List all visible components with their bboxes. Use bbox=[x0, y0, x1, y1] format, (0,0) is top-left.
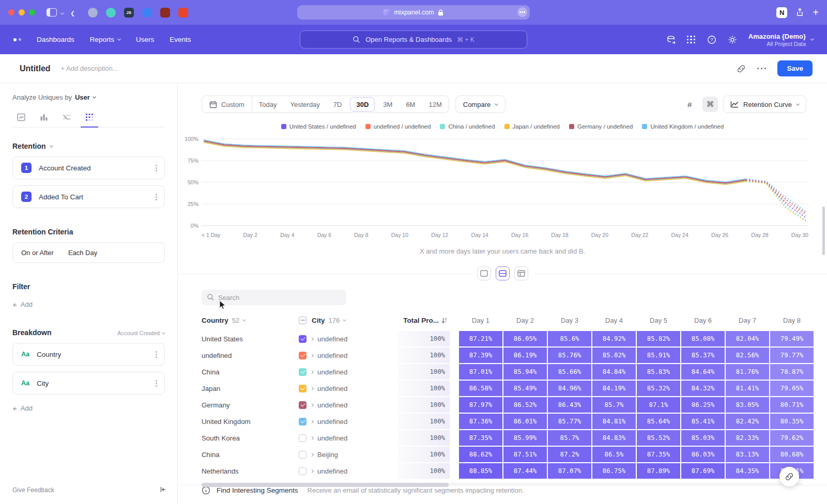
table-view-button[interactable] bbox=[514, 266, 528, 280]
keyboard-shortcuts-icon-button[interactable]: ⌘ bbox=[702, 97, 718, 112]
legend-item[interactable]: Japan / undefined bbox=[504, 123, 560, 130]
tab-funnels[interactable] bbox=[35, 108, 53, 127]
select-all-checkbox[interactable] bbox=[299, 317, 307, 324]
tab-retention[interactable] bbox=[81, 108, 98, 128]
retention-value-cell[interactable]: 86.5% bbox=[592, 447, 636, 462]
apps-grid-icon[interactable] bbox=[687, 36, 696, 44]
retention-value-cell[interactable]: 86.52% bbox=[503, 397, 547, 413]
row-checkbox[interactable] bbox=[299, 401, 307, 409]
row-checkbox[interactable] bbox=[299, 451, 307, 459]
row-checkbox[interactable] bbox=[299, 385, 307, 392]
more-options-icon[interactable] bbox=[156, 383, 157, 384]
retention-value-cell[interactable]: 85.52% bbox=[637, 430, 680, 446]
chart-type-selector[interactable]: Retention Curve bbox=[723, 96, 806, 113]
nav-item-reports[interactable]: Reports bbox=[90, 36, 120, 43]
table-search-input[interactable] bbox=[202, 290, 346, 305]
collapse-sidebar-icon[interactable] bbox=[159, 485, 167, 496]
retention-value-cell[interactable]: 87.21% bbox=[459, 331, 502, 346]
day-column-header[interactable]: Day 6 bbox=[681, 317, 725, 324]
tab-insights[interactable] bbox=[12, 108, 30, 127]
share-link-fab[interactable] bbox=[779, 467, 799, 486]
expand-row-icon[interactable] bbox=[310, 337, 314, 340]
retention-value-cell[interactable]: 85.91% bbox=[637, 348, 680, 363]
data-management-icon[interactable] bbox=[666, 35, 676, 44]
expand-row-icon[interactable] bbox=[310, 419, 314, 423]
retention-value-cell[interactable]: 79.77% bbox=[770, 348, 814, 363]
minimize-window-button[interactable] bbox=[19, 9, 25, 15]
expand-row-icon[interactable] bbox=[310, 436, 314, 439]
retention-value-cell[interactable]: 85.49% bbox=[503, 381, 547, 396]
row-checkbox[interactable] bbox=[299, 418, 307, 426]
notion-extension-icon[interactable]: N bbox=[776, 7, 787, 18]
retention-value-cell[interactable]: 86.58% bbox=[459, 381, 502, 396]
retention-value-cell[interactable]: 84.19% bbox=[592, 381, 636, 396]
compare-button[interactable]: Compare bbox=[455, 96, 506, 113]
retention-value-cell[interactable]: 82.33% bbox=[726, 430, 769, 446]
range-button-3m[interactable]: 3M bbox=[376, 96, 399, 113]
address-bar[interactable]: mixpanel.com bbox=[297, 5, 530, 20]
retention-value-cell[interactable]: 85.66% bbox=[548, 364, 591, 380]
retention-value-cell[interactable]: 87.01% bbox=[459, 364, 502, 380]
retention-value-cell[interactable]: 85.6% bbox=[548, 331, 591, 346]
custom-date-button[interactable]: Custom bbox=[202, 96, 252, 113]
retention-value-cell[interactable]: 87.36% bbox=[459, 414, 502, 429]
add-filter-button[interactable]: Add bbox=[12, 300, 165, 309]
retention-value-cell[interactable]: 87.07% bbox=[548, 463, 591, 479]
add-description-button[interactable]: + Add description... bbox=[61, 65, 118, 72]
legend-item[interactable]: Germany / undefined bbox=[569, 123, 633, 130]
retention-value-cell[interactable]: 85.76% bbox=[548, 348, 591, 363]
global-search-button[interactable]: Open Reports & Dashboards ⌘ + K bbox=[300, 30, 527, 49]
range-button-30d[interactable]: 30D bbox=[350, 97, 375, 112]
retention-step-card[interactable]: 1Account Created bbox=[12, 156, 165, 179]
report-title[interactable]: Untitled bbox=[20, 64, 51, 73]
retention-value-cell[interactable]: 86.01% bbox=[503, 414, 547, 429]
row-checkbox[interactable] bbox=[299, 434, 307, 442]
extension-icon[interactable]: JS bbox=[124, 8, 134, 18]
retention-value-cell[interactable]: 87.35% bbox=[459, 430, 502, 446]
retention-value-cell[interactable]: 78.87% bbox=[770, 364, 814, 380]
legend-item[interactable]: United Kingdom / undefined bbox=[642, 123, 724, 130]
legend-item[interactable]: undefined / undefined bbox=[365, 123, 431, 130]
nav-item-events[interactable]: Events bbox=[170, 36, 191, 43]
nav-item-dashboards[interactable]: Dashboards bbox=[37, 36, 74, 43]
retention-value-cell[interactable]: 83.05% bbox=[726, 397, 769, 413]
day-column-header[interactable]: Day 8 bbox=[770, 317, 814, 324]
row-checkbox[interactable] bbox=[299, 467, 307, 475]
retention-value-cell[interactable]: 85.08% bbox=[681, 331, 725, 346]
retention-value-cell[interactable]: 87.1% bbox=[637, 397, 680, 413]
retention-value-cell[interactable]: 85.64% bbox=[637, 414, 680, 429]
legend-item[interactable]: United States / undefined bbox=[281, 123, 356, 130]
help-icon[interactable]: ? bbox=[707, 35, 716, 44]
retention-value-cell[interactable]: 85.7% bbox=[548, 430, 591, 446]
tab-flows[interactable] bbox=[58, 108, 75, 127]
settings-gear-icon[interactable] bbox=[728, 35, 737, 44]
retention-value-cell[interactable]: 86.19% bbox=[503, 348, 547, 363]
range-button-6m[interactable]: 6M bbox=[399, 96, 422, 113]
retention-value-cell[interactable]: 82.04% bbox=[726, 331, 769, 346]
range-button-today[interactable]: Today bbox=[252, 96, 284, 113]
day-column-header[interactable]: Day 4 bbox=[592, 317, 636, 324]
new-tab-icon[interactable]: + bbox=[813, 7, 819, 19]
horizontal-scrollbar[interactable] bbox=[202, 483, 803, 485]
retention-value-cell[interactable]: 79.05% bbox=[770, 381, 814, 396]
retention-value-cell[interactable]: 86.43% bbox=[548, 397, 591, 413]
add-breakdown-button[interactable]: Add bbox=[12, 404, 165, 413]
retention-value-cell[interactable]: 87.2% bbox=[548, 447, 591, 462]
mixpanel-logo[interactable] bbox=[13, 38, 21, 41]
expand-row-icon[interactable] bbox=[310, 452, 314, 456]
retention-value-cell[interactable]: 86.25% bbox=[681, 397, 725, 413]
retention-value-cell[interactable]: 85.83% bbox=[637, 364, 680, 380]
day-column-header[interactable]: Day 1 bbox=[459, 317, 502, 324]
retention-value-cell[interactable]: 85.99% bbox=[503, 430, 547, 446]
more-options-icon[interactable] bbox=[156, 354, 157, 355]
extension-icon[interactable] bbox=[88, 8, 98, 18]
retention-value-cell[interactable]: 87.39% bbox=[459, 348, 502, 363]
retention-value-cell[interactable]: 82.56% bbox=[726, 348, 769, 363]
retention-value-cell[interactable]: 79.49% bbox=[770, 331, 814, 346]
retention-value-cell[interactable]: 87.89% bbox=[637, 463, 680, 479]
breakdown-context-selector[interactable]: Account Created bbox=[117, 330, 165, 336]
retention-value-cell[interactable]: 87.97% bbox=[459, 397, 502, 413]
retention-value-cell[interactable]: 80.71% bbox=[770, 397, 814, 413]
expand-row-icon[interactable] bbox=[310, 403, 314, 406]
retention-value-cell[interactable]: 85.77% bbox=[548, 414, 591, 429]
